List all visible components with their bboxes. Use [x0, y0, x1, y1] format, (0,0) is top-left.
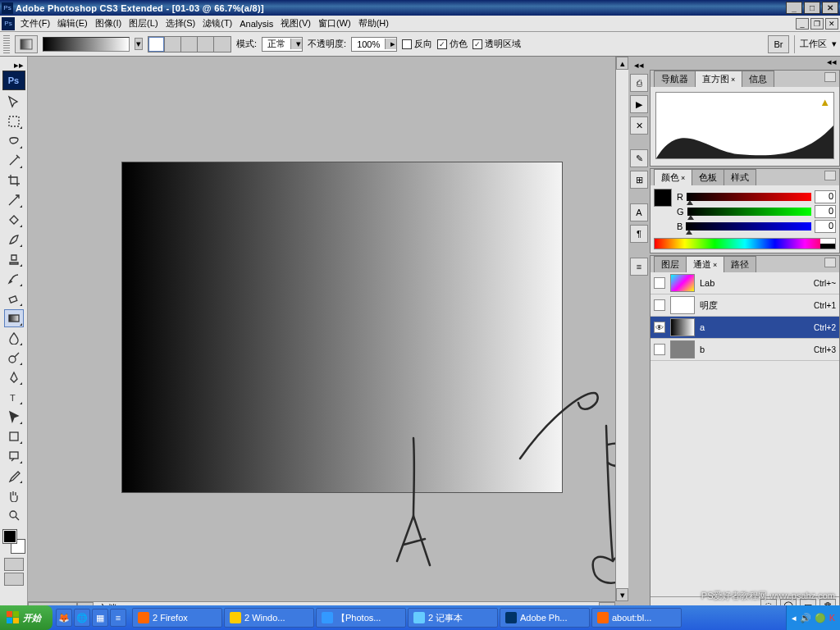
menu-window[interactable]: 窗口(W): [315, 16, 355, 31]
gradient-tool[interactable]: [4, 309, 24, 327]
task-1[interactable]: 2 Windo...: [224, 608, 314, 628]
task-2[interactable]: 【Photos...: [316, 608, 406, 628]
go-to-bridge-button[interactable]: Br: [768, 35, 789, 53]
move-tool[interactable]: [4, 93, 24, 111]
toolbox-collapse[interactable]: ▸▸: [14, 60, 27, 71]
task-5[interactable]: about:bl...: [591, 608, 682, 628]
ql-icon-1[interactable]: 🌐: [74, 609, 90, 627]
brush-tool[interactable]: [4, 231, 24, 249]
eyedropper-tool[interactable]: [4, 467, 24, 485]
heal-tool[interactable]: [4, 211, 24, 229]
mdi-close[interactable]: ✕: [825, 18, 838, 30]
maximize-button[interactable]: □: [804, 2, 820, 14]
gradient-radial[interactable]: [165, 37, 181, 52]
task-3[interactable]: 2 记事本: [408, 608, 498, 628]
system-tray[interactable]: ◂🔊🟢K: [786, 605, 840, 630]
gradient-preview[interactable]: [43, 37, 130, 52]
menu-filter[interactable]: 滤镜(T): [199, 16, 236, 31]
menu-view[interactable]: 视图(V): [277, 16, 315, 31]
dock-icon-5[interactable]: A: [630, 203, 648, 221]
blur-tool[interactable]: [4, 329, 24, 347]
channels-panel-menu[interactable]: [824, 258, 836, 267]
gradient-angle[interactable]: [181, 37, 198, 52]
screen-mode-standard[interactable]: [4, 558, 24, 571]
menu-layer[interactable]: 图层(L): [126, 16, 162, 31]
tab-layers[interactable]: 图层: [654, 256, 687, 272]
menu-image[interactable]: 图像(I): [92, 16, 126, 31]
channel-lightness[interactable]: 明度 Ctrl+1: [651, 294, 839, 317]
channel-b[interactable]: b Ctrl+3: [651, 339, 839, 361]
gradient-linear[interactable]: [148, 37, 165, 52]
dodge-tool[interactable]: [4, 349, 24, 367]
mdi-icon[interactable]: Ps: [2, 17, 15, 30]
stamp-tool[interactable]: [4, 250, 24, 268]
menu-edit[interactable]: 编辑(E): [54, 16, 92, 31]
menu-help[interactable]: 帮助(H): [355, 16, 393, 31]
ql-icon-0[interactable]: 🦊: [56, 609, 72, 627]
dock-icon-6[interactable]: ¶: [630, 225, 648, 243]
b-slider[interactable]: [686, 222, 811, 231]
start-button[interactable]: 开始: [0, 605, 52, 630]
mdi-minimize[interactable]: _: [796, 18, 809, 30]
shape-tool[interactable]: [4, 427, 24, 445]
blend-mode-select[interactable]: 正常▾: [262, 37, 303, 52]
crop-tool[interactable]: [4, 171, 24, 189]
opacity-input[interactable]: 100%▸: [351, 37, 397, 52]
tab-styles[interactable]: 样式: [724, 169, 756, 185]
transparency-checkbox[interactable]: ✓透明区域: [472, 38, 521, 50]
close-button[interactable]: ✕: [822, 2, 838, 14]
path-select-tool[interactable]: [4, 408, 24, 426]
task-4[interactable]: Adobe Ph...: [500, 608, 590, 628]
r-value[interactable]: 0: [815, 190, 836, 203]
wand-tool[interactable]: [4, 152, 24, 170]
color-panel-menu[interactable]: [824, 171, 836, 180]
lasso-tool[interactable]: [4, 132, 24, 150]
gradient-reflected[interactable]: [198, 37, 214, 52]
dock-icon-1[interactable]: ▶: [630, 95, 648, 113]
g-slider[interactable]: [687, 208, 811, 216]
workspace-label[interactable]: 工作区: [800, 38, 827, 50]
dock-icon-3[interactable]: ✎: [630, 149, 648, 167]
r-slider[interactable]: [687, 193, 811, 201]
eraser-tool[interactable]: [4, 290, 24, 308]
channel-lab[interactable]: Lab Ctrl+~: [651, 272, 839, 294]
reverse-checkbox[interactable]: 反向: [402, 38, 432, 50]
tab-channels[interactable]: 通道×: [686, 256, 724, 272]
mdi-restore[interactable]: ❐: [810, 18, 824, 30]
document-canvas[interactable]: [121, 162, 563, 493]
slice-tool[interactable]: [4, 191, 24, 209]
gradient-picker-dropdown[interactable]: ▾: [135, 38, 143, 50]
zoom-tool[interactable]: [4, 506, 24, 524]
dock-icon-4[interactable]: ⊞: [630, 171, 648, 189]
channel-a[interactable]: 👁 a Ctrl+2: [651, 317, 839, 339]
hand-tool[interactable]: [4, 486, 24, 504]
dock-icon-2[interactable]: ✕: [630, 116, 648, 135]
task-0[interactable]: 2 Firefox: [132, 608, 222, 628]
menu-analysis[interactable]: Analysis: [236, 17, 277, 30]
screen-mode-full[interactable]: [4, 573, 24, 586]
dither-checkbox[interactable]: ✓仿色: [437, 38, 468, 50]
visibility-toggle[interactable]: 👁: [654, 322, 665, 333]
visibility-toggle[interactable]: [654, 277, 665, 289]
g-value[interactable]: 0: [815, 205, 836, 218]
tool-preset-button[interactable]: [15, 35, 38, 53]
tab-paths[interactable]: 路径: [724, 256, 756, 272]
foreground-swatch[interactable]: [3, 530, 16, 543]
gradient-diamond[interactable]: [214, 37, 231, 52]
dock-icon-0[interactable]: ⎙: [630, 74, 648, 92]
marquee-tool[interactable]: [4, 112, 24, 130]
visibility-toggle[interactable]: [654, 299, 665, 311]
notes-tool[interactable]: [4, 447, 24, 465]
minimize-button[interactable]: _: [786, 2, 802, 14]
dock-icon-7[interactable]: ≡: [630, 258, 648, 276]
menu-file[interactable]: 文件(F): [17, 16, 54, 31]
color-ramp[interactable]: [654, 238, 836, 249]
menu-select[interactable]: 选择(S): [162, 16, 200, 31]
visibility-toggle[interactable]: [654, 344, 665, 355]
panels-collapse[interactable]: ◂◂: [827, 57, 837, 66]
canvas-vscroll[interactable]: ▴▾: [615, 57, 628, 601]
pen-tool[interactable]: [4, 368, 24, 386]
tab-info[interactable]: 信息: [742, 71, 774, 87]
histogram-panel-menu[interactable]: [824, 72, 836, 82]
dock-expand[interactable]: ◂◂: [634, 60, 644, 71]
